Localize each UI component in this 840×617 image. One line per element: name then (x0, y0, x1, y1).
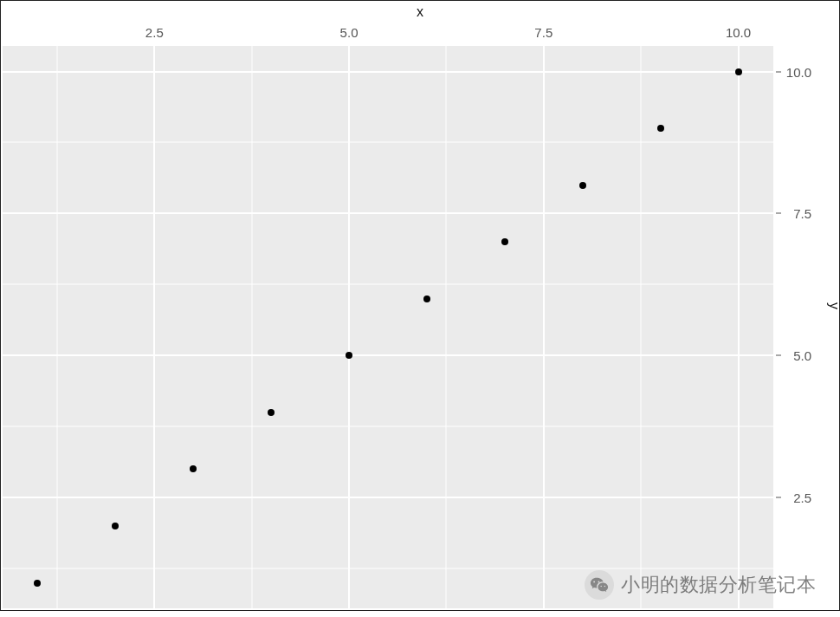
y-axis-title: y (826, 302, 840, 309)
y-tick-label: 7.5 (793, 206, 811, 221)
grid-line (543, 46, 545, 608)
y-tick-label: 10.0 (786, 64, 811, 79)
chart: x 2.55.07.510.0 2.55.07.510.0 y (0, 0, 840, 611)
plot-panel (3, 46, 773, 608)
y-tick-mark (776, 355, 781, 356)
grid-line (3, 354, 773, 356)
data-point (657, 125, 664, 132)
grid-line (3, 568, 773, 569)
y-tick-mark (776, 71, 781, 72)
data-point (579, 182, 586, 189)
x-tick-label: 2.5 (145, 25, 164, 40)
grid-line (3, 426, 773, 427)
wechat-icon (585, 570, 614, 600)
grid-line (446, 46, 447, 608)
grid-line (3, 71, 773, 73)
grid-line (738, 46, 740, 608)
x-axis-title: x (1, 4, 839, 20)
grid-line (3, 497, 773, 498)
grid-line (3, 284, 773, 285)
grid-line (56, 46, 57, 608)
data-point (423, 296, 430, 302)
data-point (34, 580, 41, 587)
data-point (268, 409, 275, 416)
y-tick-label: 2.5 (793, 490, 811, 505)
y-tick-mark (776, 213, 781, 214)
y-tick-label: 5.0 (793, 348, 811, 363)
data-point (190, 465, 197, 472)
grid-line (251, 46, 252, 608)
y-tick-mark (776, 497, 781, 498)
x-tick-label: 7.5 (534, 25, 552, 40)
grid-line (3, 212, 773, 214)
x-tick-label: 5.0 (340, 25, 359, 40)
data-point (735, 68, 742, 75)
watermark-text: 小明的数据分析笔记本 (621, 572, 816, 598)
grid-line (153, 46, 155, 608)
grid-line (641, 46, 642, 608)
watermark: 小明的数据分析笔记本 (585, 570, 816, 600)
grid-line (348, 46, 350, 608)
grid-line (3, 142, 773, 143)
x-tick-label: 10.0 (726, 25, 751, 40)
data-point (501, 238, 508, 245)
data-point (112, 523, 119, 529)
data-point (346, 352, 352, 359)
